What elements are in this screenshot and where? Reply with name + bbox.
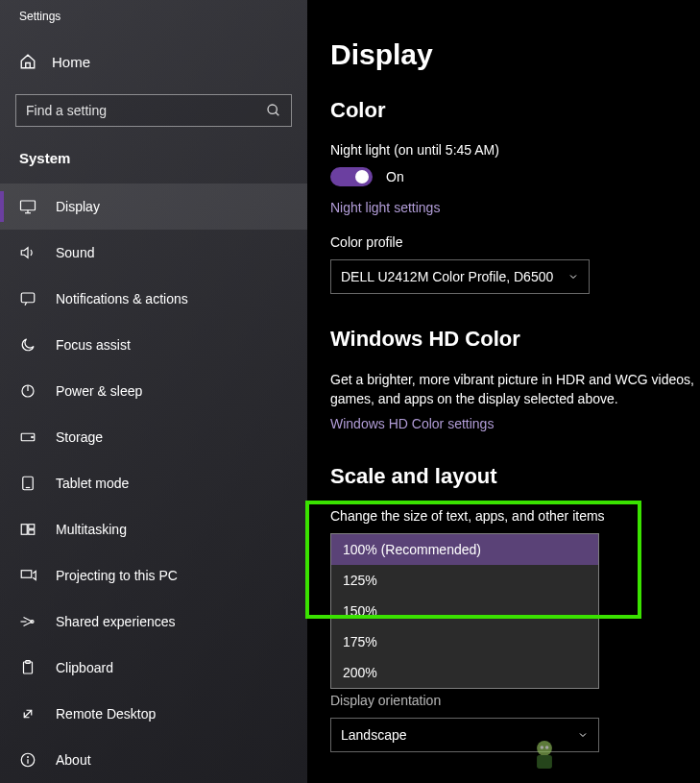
sidebar-item-label: Shared experiences [56, 614, 176, 629]
sidebar-item-label: Remote Desktop [56, 706, 156, 722]
multitask-icon [19, 521, 36, 538]
scale-option[interactable]: 150% [331, 596, 598, 626]
hd-settings-link[interactable]: Windows HD Color settings [330, 416, 700, 431]
sidebar-item-label: Sound [56, 245, 94, 260]
sidebar-item-label: Focus assist [56, 337, 131, 353]
sidebar-item-shared-experiences[interactable]: Shared experiences [0, 599, 307, 645]
scale-option[interactable]: 100% (Recommended) [331, 534, 598, 565]
svg-point-25 [545, 746, 549, 749]
moon-icon [19, 336, 36, 354]
scale-label: Change the size of text, apps, and other… [330, 508, 700, 524]
page-title: Display [330, 38, 700, 71]
search-input[interactable] [15, 94, 292, 127]
drive-icon [19, 428, 36, 446]
svg-rect-23 [537, 755, 552, 769]
color-profile-value: DELL U2412M Color Profile, D6500 [341, 269, 553, 284]
tablet-icon [19, 475, 36, 492]
sidebar-item-projecting-to-this-pc[interactable]: Projecting to this PC [0, 552, 307, 599]
color-profile-label: Color profile [330, 234, 700, 250]
shared-icon [19, 613, 36, 630]
sidebar-item-display[interactable]: Display [0, 184, 307, 230]
sidebar-item-storage[interactable]: Storage [0, 414, 307, 460]
clipboard-icon [19, 659, 36, 676]
sidebar-item-power-sleep[interactable]: Power & sleep [0, 368, 307, 414]
svg-rect-13 [29, 525, 35, 529]
svg-point-22 [537, 741, 552, 756]
svg-point-0 [268, 105, 277, 113]
scale-option[interactable]: 175% [331, 626, 598, 657]
sidebar-item-multitasking[interactable]: Multitasking [0, 506, 307, 552]
svg-line-1 [276, 112, 278, 115]
scale-dropdown-open[interactable]: 100% (Recommended)125%150%175%200% [330, 533, 599, 689]
sidebar-item-clipboard[interactable]: Clipboard [0, 645, 307, 691]
sidebar-item-label: Clipboard [56, 660, 113, 675]
sidebar-item-label: Display [56, 199, 100, 214]
sidebar-item-notifications-actions[interactable]: Notifications & actions [0, 276, 307, 322]
color-profile-dropdown[interactable]: DELL U2412M Color Profile, D6500 [330, 259, 590, 294]
window-title: Settings [0, 0, 307, 38]
search-icon [266, 103, 281, 118]
home-label: Home [52, 54, 90, 70]
orientation-value: Landscape [341, 727, 407, 743]
sidebar-item-label: Notifications & actions [56, 291, 188, 306]
hd-heading: Windows HD Color [330, 327, 700, 352]
scale-option[interactable]: 125% [331, 565, 598, 596]
orientation-label: Display orientation [330, 693, 700, 708]
monitor-icon [19, 198, 36, 215]
chevron-down-icon [567, 271, 579, 282]
hd-description: Get a brighter, more vibrant picture in … [330, 371, 700, 408]
search-field[interactable] [26, 103, 266, 118]
svg-rect-12 [21, 525, 27, 535]
night-light-label: Night light (on until 5:45 AM) [330, 142, 700, 158]
scale-option[interactable]: 200% [331, 657, 598, 688]
home-icon [19, 53, 36, 70]
message-icon [19, 290, 36, 307]
chevron-down-icon [577, 729, 589, 741]
night-light-settings-link[interactable]: Night light settings [330, 200, 700, 215]
speaker-icon [19, 244, 36, 261]
project-icon [19, 567, 36, 584]
power-icon [19, 382, 36, 400]
sidebar-item-label: Storage [56, 429, 103, 445]
sidebar-item-label: Tablet mode [56, 476, 129, 491]
sidebar-item-label: Multitasking [56, 522, 127, 537]
sidebar-item-about[interactable]: About [0, 737, 307, 783]
svg-rect-15 [21, 571, 32, 578]
sidebar-item-label: Projecting to this PC [56, 568, 178, 583]
svg-rect-5 [21, 293, 35, 303]
color-heading: Color [330, 98, 700, 123]
svg-rect-14 [29, 530, 35, 535]
home-link[interactable]: Home [0, 38, 307, 85]
sidebar-item-label: Power & sleep [56, 383, 142, 399]
sidebar-item-label: About [56, 752, 91, 768]
scale-heading: Scale and layout [330, 464, 700, 489]
sidebar-item-sound[interactable]: Sound [0, 230, 307, 276]
night-light-toggle[interactable] [330, 167, 373, 186]
sidebar-item-remote-desktop[interactable]: Remote Desktop [0, 691, 307, 737]
svg-rect-2 [21, 201, 36, 210]
info-icon [19, 751, 36, 769]
svg-point-9 [32, 436, 34, 438]
sidebar-item-tablet-mode[interactable]: Tablet mode [0, 460, 307, 506]
svg-point-21 [28, 757, 29, 758]
sidebar-item-focus-assist[interactable]: Focus assist [0, 322, 307, 368]
watermark-icon [523, 733, 566, 775]
svg-point-24 [541, 746, 544, 749]
toggle-state-label: On [386, 169, 404, 184]
sidebar-section: System [0, 127, 307, 184]
remote-icon [19, 705, 36, 722]
